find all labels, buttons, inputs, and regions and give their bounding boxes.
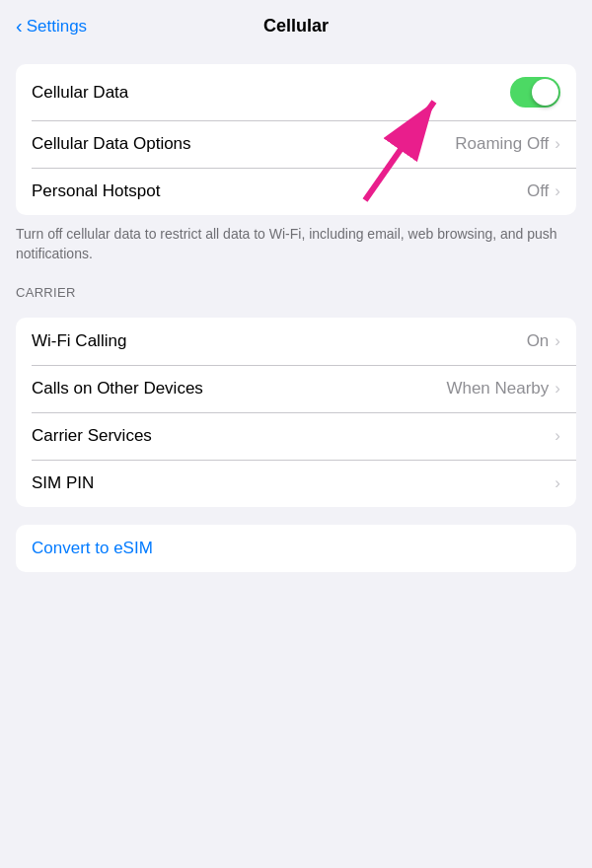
carrier-services-right: ›	[555, 426, 560, 446]
chevron-icon: ›	[555, 331, 560, 351]
cellular-data-label: Cellular Data	[32, 83, 128, 103]
personal-hotspot-right: Off ›	[527, 181, 560, 201]
calls-other-devices-row[interactable]: Calls on Other Devices When Nearby ›	[16, 365, 576, 412]
personal-hotspot-label: Personal Hotspot	[32, 181, 160, 201]
wifi-calling-label: Wi-Fi Calling	[32, 331, 126, 351]
calls-other-devices-right: When Nearby ›	[446, 379, 560, 398]
sim-pin-right: ›	[555, 473, 560, 493]
back-label: Settings	[27, 17, 87, 36]
cellular-data-options-label: Cellular Data Options	[32, 134, 191, 154]
sim-pin-row[interactable]: SIM PIN ›	[16, 460, 576, 507]
cellular-description: Turn off cellular data to restrict all d…	[16, 225, 576, 263]
convert-esim-label: Convert to eSIM	[32, 539, 153, 558]
chevron-icon: ›	[555, 181, 560, 201]
chevron-icon: ›	[555, 379, 560, 398]
back-chevron-icon: ‹	[16, 16, 23, 36]
wifi-calling-row[interactable]: Wi-Fi Calling On ›	[16, 318, 576, 365]
page-title: Cellular	[263, 16, 329, 36]
carrier-section-label: CARRIER	[16, 285, 576, 300]
cellular-data-row[interactable]: Cellular Data	[16, 64, 576, 120]
convert-esim-section: Convert to eSIM	[16, 525, 576, 572]
calls-other-devices-label: Calls on Other Devices	[32, 379, 203, 398]
toggle-knob	[532, 79, 558, 106]
cellular-data-toggle[interactable]	[510, 77, 560, 108]
calls-other-devices-value: When Nearby	[446, 379, 549, 398]
wifi-calling-right: On ›	[527, 331, 560, 351]
chevron-icon: ›	[555, 134, 560, 154]
personal-hotspot-value: Off	[527, 181, 549, 201]
convert-esim-row[interactable]: Convert to eSIM	[16, 525, 576, 572]
carrier-services-row[interactable]: Carrier Services ›	[16, 412, 576, 460]
wifi-calling-value: On	[527, 331, 550, 351]
sim-pin-label: SIM PIN	[32, 473, 94, 493]
chevron-icon: ›	[555, 426, 560, 446]
personal-hotspot-row[interactable]: Personal Hotspot Off ›	[16, 168, 576, 215]
carrier-section: Wi-Fi Calling On › Calls on Other Device…	[16, 318, 576, 507]
cellular-data-section: Cellular Data Cellular Data Options Roam…	[16, 64, 576, 215]
chevron-icon: ›	[555, 473, 560, 493]
back-button[interactable]: ‹ Settings	[16, 17, 87, 36]
cellular-data-options-row[interactable]: Cellular Data Options Roaming Off ›	[16, 120, 576, 168]
carrier-services-label: Carrier Services	[32, 426, 152, 446]
cellular-data-options-right: Roaming Off ›	[455, 134, 560, 154]
header: ‹ Settings Cellular	[0, 0, 592, 46]
cellular-data-options-value: Roaming Off	[455, 134, 549, 154]
